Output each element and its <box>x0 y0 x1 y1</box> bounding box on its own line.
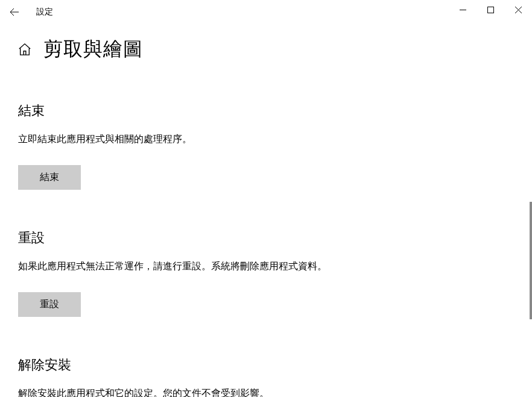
uninstall-title: 解除安裝 <box>18 356 514 374</box>
content: 剪取與繪圖 結束 立即結束此應用程式與相關的處理程序。 結束 重設 如果此應用程… <box>0 24 532 397</box>
page-title: 剪取與繪圖 <box>43 36 143 63</box>
reset-section: 重設 如果此應用程式無法正常運作，請進行重設。系統將刪除應用程式資料。 重設 <box>18 229 514 317</box>
terminate-section: 結束 立即結束此應用程式與相關的處理程序。 結束 <box>18 102 514 190</box>
uninstall-section: 解除安裝 解除安裝此應用程式和它的設定。您的文件不會受到影響。 <box>18 356 514 397</box>
back-arrow-icon <box>10 7 19 17</box>
terminate-title: 結束 <box>18 102 514 120</box>
titlebar-title: 設定 <box>36 7 53 17</box>
page-header: 剪取與繪圖 <box>18 36 514 63</box>
home-icon <box>18 43 31 56</box>
titlebar-left: 設定 <box>5 2 53 22</box>
terminate-button[interactable]: 結束 <box>18 165 81 190</box>
minimize-button[interactable] <box>449 0 477 19</box>
uninstall-description: 解除安裝此應用程式和它的設定。您的文件不會受到影響。 <box>18 385 344 397</box>
maximize-button[interactable] <box>477 0 504 19</box>
back-button[interactable] <box>5 2 24 22</box>
scrollbar[interactable] <box>530 202 532 319</box>
home-button[interactable] <box>18 43 31 56</box>
terminate-description: 立即結束此應用程式與相關的處理程序。 <box>18 131 344 148</box>
reset-title: 重設 <box>18 229 514 247</box>
reset-button[interactable]: 重設 <box>18 292 81 317</box>
close-icon <box>515 7 522 13</box>
svg-rect-1 <box>487 7 493 13</box>
titlebar: 設定 <box>0 0 532 24</box>
reset-description: 如果此應用程式無法正常運作，請進行重設。系統將刪除應用程式資料。 <box>18 258 344 275</box>
window-controls <box>449 0 532 24</box>
minimize-icon <box>460 7 466 13</box>
maximize-icon <box>487 7 494 13</box>
close-button[interactable] <box>504 0 532 19</box>
